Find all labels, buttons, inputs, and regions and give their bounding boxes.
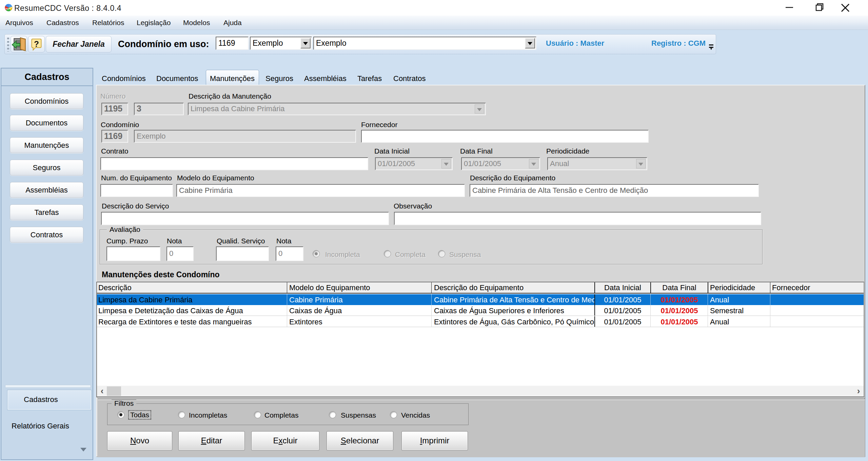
svg-text:?: ? [34, 39, 39, 48]
